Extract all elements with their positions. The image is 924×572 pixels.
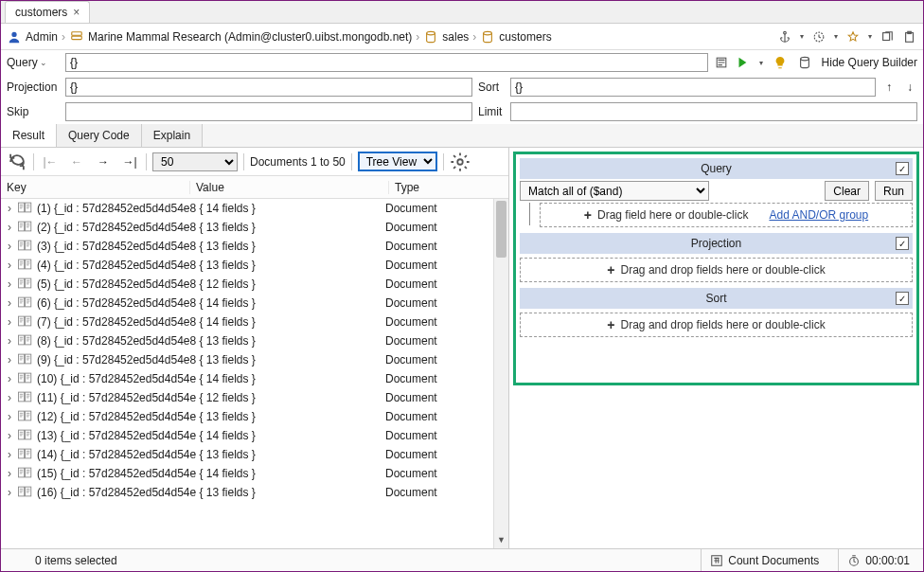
- chevron-right-icon[interactable]: ›: [5, 448, 14, 461]
- chevron-right-icon[interactable]: ›: [5, 410, 14, 423]
- form-icon[interactable]: [714, 55, 729, 70]
- chevron-right-icon[interactable]: ›: [5, 202, 14, 215]
- sort-desc-icon[interactable]: ↓: [902, 80, 917, 95]
- svg-rect-20: [26, 259, 31, 269]
- plus-icon: +: [584, 207, 592, 223]
- chevron-right-icon[interactable]: ›: [5, 221, 14, 234]
- breadcrumb-collection[interactable]: customers: [499, 30, 551, 44]
- chevron-right-icon[interactable]: ›: [5, 372, 14, 385]
- bulb-icon[interactable]: [773, 55, 788, 70]
- match-select[interactable]: Match all of ($and): [520, 181, 709, 201]
- close-icon[interactable]: ×: [73, 6, 80, 19]
- table-row[interactable]: ›(6) {_id : 57d28452ed5d4d54e8 { 14 fiel…: [1, 294, 493, 313]
- col-value[interactable]: Value: [190, 181, 389, 194]
- copy-icon[interactable]: [880, 29, 895, 45]
- sort-asc-icon[interactable]: ↑: [881, 80, 897, 95]
- tab-customers[interactable]: customers ×: [5, 1, 90, 23]
- chevron-right-icon[interactable]: ›: [5, 467, 14, 480]
- hide-builder-link[interactable]: Hide Query Builder: [822, 56, 917, 69]
- svg-rect-39: [18, 449, 24, 458]
- table-row[interactable]: ›(10) {_id : 57d28452ed5d4d54e { 14 fiel…: [1, 369, 493, 388]
- skip-input[interactable]: [65, 102, 472, 121]
- chevron-right-icon[interactable]: ›: [5, 486, 14, 499]
- table-row[interactable]: ›(16) {_id : 57d28452ed5d4d54e { 13 fiel…: [1, 483, 493, 502]
- row-type: Document: [385, 391, 489, 404]
- run-icon[interactable]: [735, 55, 750, 70]
- chevron-right-icon[interactable]: ›: [5, 259, 14, 272]
- star-icon[interactable]: [845, 29, 861, 45]
- chevron-right-icon[interactable]: ›: [5, 315, 14, 329]
- query-label[interactable]: Query ⌄: [7, 56, 60, 69]
- table-row[interactable]: ›(15) {_id : 57d28452ed5d4d54e { 14 fiel…: [1, 464, 493, 483]
- table-row[interactable]: ›(7) {_id : 57d28452ed5d4d54e8 { 14 fiel…: [1, 313, 493, 331]
- chevron-right-icon[interactable]: ›: [5, 296, 14, 310]
- gear-icon[interactable]: [450, 152, 471, 172]
- table-row[interactable]: ›(2) {_id : 57d28452ed5d4d54e8 { 13 fiel…: [1, 218, 493, 237]
- tree-line: [529, 203, 530, 225]
- limit-input[interactable]: [510, 102, 917, 121]
- chevron-right-icon[interactable]: ›: [5, 353, 14, 366]
- table-row[interactable]: ›(8) {_id : 57d28452ed5d4d54e8 { 13 fiel…: [1, 331, 493, 350]
- col-type[interactable]: Type: [389, 181, 493, 194]
- document-icon: [18, 447, 33, 463]
- table-row[interactable]: ›(5) {_id : 57d28452ed5d4d54e8 { 12 fiel…: [1, 275, 493, 294]
- row-type: Document: [385, 315, 489, 329]
- add-andor-link[interactable]: Add AND/OR group: [769, 208, 868, 222]
- chevron-right-icon[interactable]: ›: [5, 277, 14, 291]
- prev-page-icon[interactable]: ←: [66, 152, 87, 172]
- row-type: Document: [385, 467, 489, 480]
- view-select[interactable]: Tree View: [358, 152, 437, 171]
- chevron-right-icon: ›: [472, 30, 476, 44]
- table-row[interactable]: ›(4) {_id : 57d28452ed5d4d54e8 { 13 fiel…: [1, 256, 493, 275]
- svg-rect-27: [18, 335, 24, 345]
- drop-sort-target[interactable]: + Drag and drop fields here or double-cl…: [520, 313, 913, 337]
- projection-input[interactable]: [65, 78, 472, 97]
- builder-query-header: Query ✓: [520, 158, 913, 179]
- run-button[interactable]: Run: [875, 181, 913, 201]
- table-row[interactable]: ›(3) {_id : 57d28452ed5d4d54e8 { 13 fiel…: [1, 237, 493, 256]
- vertical-scrollbar[interactable]: ▲ ▼: [493, 199, 508, 548]
- tab-explain[interactable]: Explain: [142, 124, 203, 147]
- count-docs-button[interactable]: Count Documents: [701, 549, 826, 571]
- col-key[interactable]: Key: [1, 181, 190, 194]
- query-checkbox[interactable]: ✓: [896, 162, 909, 175]
- table-row[interactable]: ›(9) {_id : 57d28452ed5d4d54e8 { 13 fiel…: [1, 350, 493, 369]
- page-size-select[interactable]: 50: [152, 152, 238, 171]
- breadcrumb-db[interactable]: sales: [442, 30, 469, 44]
- drop-field-target[interactable]: + Drag field here or double-click Add AN…: [540, 203, 913, 227]
- first-page-icon[interactable]: |←: [40, 152, 61, 172]
- query-input[interactable]: [65, 53, 708, 72]
- next-page-icon[interactable]: →: [93, 152, 114, 172]
- svg-rect-43: [18, 487, 24, 496]
- chevron-right-icon[interactable]: ›: [5, 240, 14, 253]
- chevron-right-icon[interactable]: ›: [5, 391, 14, 404]
- table-row[interactable]: ›(12) {_id : 57d28452ed5d4d54e { 13 fiel…: [1, 407, 493, 426]
- anchor-icon[interactable]: [777, 29, 792, 45]
- svg-point-3: [427, 31, 435, 35]
- table-row[interactable]: ›(13) {_id : 57d28452ed5d4d54e { 14 fiel…: [1, 426, 493, 445]
- history-icon[interactable]: [811, 29, 826, 45]
- last-page-icon[interactable]: →|: [119, 152, 140, 172]
- chevron-right-icon[interactable]: ›: [5, 334, 14, 348]
- svg-point-0: [11, 31, 16, 36]
- drop-projection-target[interactable]: + Drag and drop fields here or double-cl…: [520, 258, 913, 282]
- row-key: (11) {_id : 57d28452ed5d4d54e { 12 field…: [37, 391, 382, 404]
- table-row[interactable]: ›(1) {_id : 57d28452ed5d4d54e8 { 14 fiel…: [1, 199, 493, 218]
- scroll-down-icon[interactable]: ▼: [494, 535, 508, 548]
- projection-checkbox[interactable]: ✓: [896, 237, 909, 250]
- tab-query-code[interactable]: Query Code: [57, 124, 142, 147]
- table-row[interactable]: ›(14) {_id : 57d28452ed5d4d54e { 13 fiel…: [1, 445, 493, 464]
- sort-checkbox[interactable]: ✓: [896, 292, 909, 305]
- breadcrumb-user[interactable]: Admin: [26, 30, 58, 44]
- paste-icon[interactable]: [902, 29, 917, 45]
- sort-input[interactable]: [510, 78, 876, 97]
- scrollbar-thumb[interactable]: [496, 201, 506, 258]
- tab-result[interactable]: Result: [1, 124, 57, 147]
- table-row[interactable]: ›(11) {_id : 57d28452ed5d4d54e { 12 fiel…: [1, 388, 493, 407]
- clear-button[interactable]: Clear: [825, 181, 869, 201]
- chevron-right-icon[interactable]: ›: [5, 429, 14, 442]
- svg-rect-28: [26, 335, 31, 345]
- breadcrumb-connection[interactable]: Marine Mammal Research (Admin@cluster0.u…: [88, 30, 412, 44]
- refresh-icon[interactable]: [7, 152, 27, 172]
- document-icon: [18, 371, 33, 387]
